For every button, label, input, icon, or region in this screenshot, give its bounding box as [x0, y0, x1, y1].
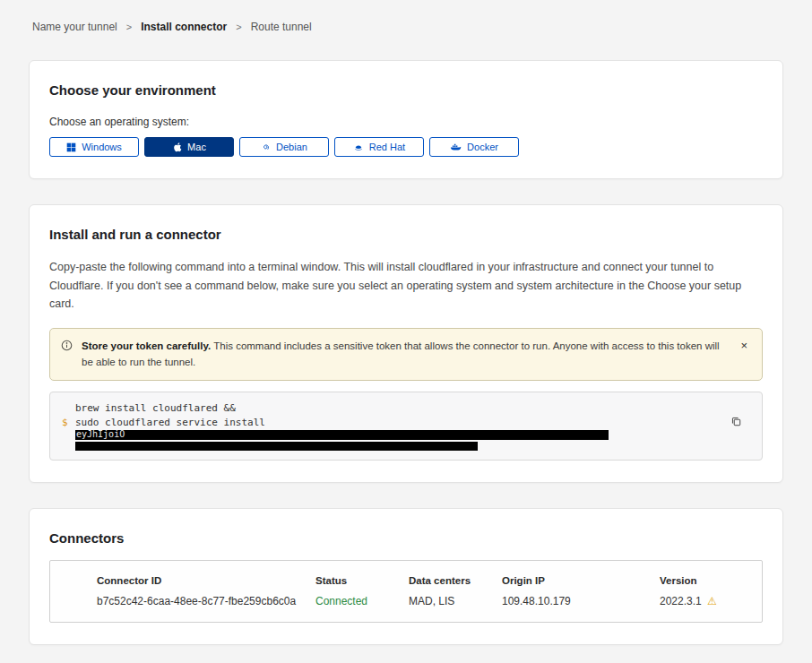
redacted-token-bar — [75, 442, 478, 451]
os-button-label: Debian — [276, 142, 307, 152]
connectors-card-title: Connectors — [49, 530, 763, 546]
connectors-table: Connector ID Status Data centers Origin … — [49, 560, 763, 623]
info-icon — [61, 339, 73, 355]
os-button-label: Mac — [187, 142, 206, 152]
command-line-1: brew install cloudflared && — [75, 401, 749, 416]
breadcrumb-separator: > — [236, 22, 241, 32]
os-button-label: Red Hat — [369, 142, 405, 152]
tunnel-setup-page: Name your tunnel > Install connector > R… — [0, 0, 812, 663]
warning-triangle-icon: ⚠ — [707, 595, 717, 607]
os-button-debian[interactable]: Debian — [239, 137, 329, 157]
connectors-table-header: Connector ID Status Data centers Origin … — [97, 575, 747, 595]
os-button-label: Windows — [82, 142, 122, 152]
breadcrumb-step-install-connector[interactable]: Install connector — [141, 21, 227, 33]
environment-card-title: Choose your environment — [49, 82, 763, 98]
os-button-label: Docker — [467, 142, 498, 152]
install-card-description: Copy-paste the following command into a … — [49, 258, 763, 314]
column-header-status: Status — [315, 575, 409, 595]
version-value: 2022.3.1 ⚠ — [660, 595, 747, 607]
install-connector-card: Install and run a connector Copy-paste t… — [29, 204, 783, 483]
token-warning-text: Store your token carefully. This command… — [82, 338, 728, 371]
os-select-label: Choose an operating system: — [49, 116, 763, 128]
windows-icon — [66, 142, 76, 152]
install-card-title: Install and run a connector — [49, 227, 763, 242]
column-header-origin-ip: Origin IP — [502, 575, 660, 595]
token-prefix-text: eyJhIjoiO — [75, 430, 125, 439]
os-button-docker[interactable]: Docker — [429, 137, 519, 157]
table-row: b7c52c42-6caa-48ee-8c77-fbe259cb6c0a Con… — [97, 595, 747, 607]
redhat-icon — [353, 142, 364, 152]
token-warning-title: Store your token carefully. — [82, 340, 211, 351]
shell-prompt: $ — [62, 417, 68, 428]
docker-icon — [450, 142, 462, 152]
debian-icon — [261, 142, 271, 152]
apple-icon — [172, 142, 182, 152]
connector-id-value: b7c52c42-6caa-48ee-8c77-fbe259cb6c0a — [97, 595, 315, 607]
close-icon[interactable]: × — [737, 338, 751, 353]
origin-ip-value: 109.48.10.179 — [502, 595, 660, 607]
connectors-card: Connectors Connector ID Status Data cent… — [29, 508, 783, 645]
status-badge: Connected — [315, 595, 409, 607]
column-header-version: Version — [660, 575, 747, 595]
command-line-2: sudo cloudflared service install — [75, 416, 749, 430]
os-button-redhat[interactable]: Red Hat — [334, 137, 424, 157]
os-button-mac[interactable]: Mac — [144, 137, 234, 157]
environment-card: Choose your environment Choose an operat… — [29, 60, 783, 179]
breadcrumb-step-name-tunnel[interactable]: Name your tunnel — [32, 21, 117, 33]
column-header-data-centers: Data centers — [409, 575, 502, 595]
redacted-token-bar: eyJhIjoiO — [75, 430, 609, 440]
breadcrumb: Name your tunnel > Install connector > R… — [29, 0, 783, 33]
copy-icon[interactable] — [730, 416, 742, 430]
breadcrumb-separator: > — [126, 22, 132, 32]
token-warning-banner: Store your token carefully. This command… — [49, 328, 763, 381]
breadcrumb-step-route-tunnel[interactable]: Route tunnel — [251, 21, 312, 33]
version-number: 2022.3.1 — [660, 595, 702, 607]
column-header-connector-id: Connector ID — [97, 575, 315, 595]
data-centers-value: MAD, LIS — [409, 595, 502, 607]
os-button-windows[interactable]: Windows — [49, 137, 139, 157]
os-button-group: Windows Mac Debian Red Hat — [49, 137, 763, 157]
install-command-block: $ brew install cloudflared && sudo cloud… — [49, 392, 763, 461]
